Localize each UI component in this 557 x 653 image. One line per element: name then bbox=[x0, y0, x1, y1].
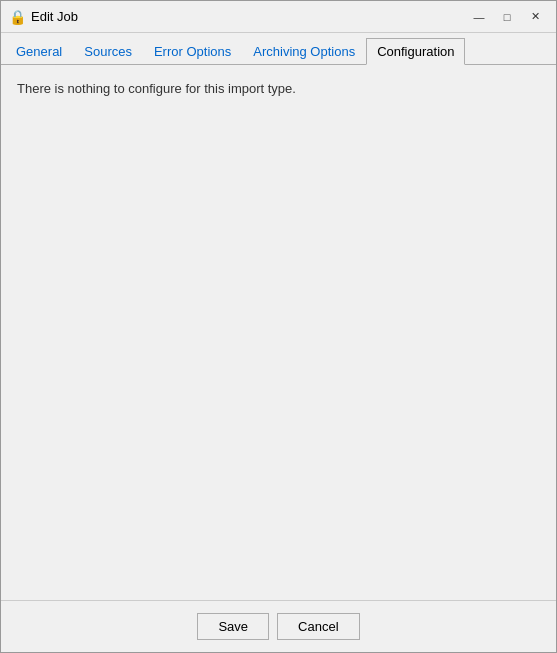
close-button[interactable]: ✕ bbox=[522, 7, 548, 27]
title-bar: 🔒 Edit Job — □ ✕ bbox=[1, 1, 556, 33]
cancel-button[interactable]: Cancel bbox=[277, 613, 359, 640]
title-bar-controls: — □ ✕ bbox=[466, 7, 548, 27]
maximize-button[interactable]: □ bbox=[494, 7, 520, 27]
minimize-button[interactable]: — bbox=[466, 7, 492, 27]
tab-archiving-options[interactable]: Archiving Options bbox=[242, 38, 366, 65]
tab-configuration[interactable]: Configuration bbox=[366, 38, 465, 65]
window-title: Edit Job bbox=[31, 9, 466, 24]
footer: Save Cancel bbox=[1, 600, 556, 652]
content-area: There is nothing to configure for this i… bbox=[1, 65, 556, 600]
tab-general[interactable]: General bbox=[5, 38, 73, 65]
tabs-bar: General Sources Error Options Archiving … bbox=[1, 33, 556, 65]
edit-job-window: 🔒 Edit Job — □ ✕ General Sources Error O… bbox=[0, 0, 557, 653]
window-icon: 🔒 bbox=[9, 9, 25, 25]
tab-sources[interactable]: Sources bbox=[73, 38, 143, 65]
tab-error-options[interactable]: Error Options bbox=[143, 38, 242, 65]
save-button[interactable]: Save bbox=[197, 613, 269, 640]
configuration-message: There is nothing to configure for this i… bbox=[17, 81, 540, 96]
